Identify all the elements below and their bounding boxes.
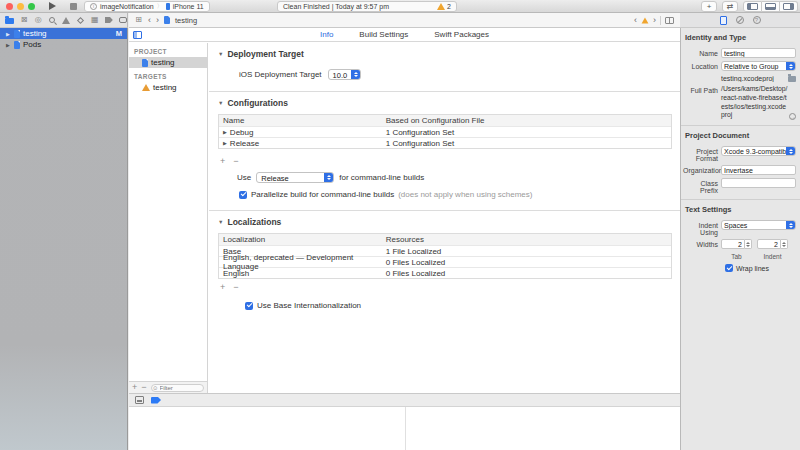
- disclosure-icon[interactable]: ▶: [6, 42, 11, 48]
- console-view[interactable]: [406, 407, 680, 450]
- sidebar-item-label[interactable]: Pods: [23, 40, 41, 49]
- jump-bar-file[interactable]: testing: [175, 16, 197, 25]
- quick-help-inspector-tab[interactable]: ?: [753, 16, 761, 24]
- stepper-arrows-icon[interactable]: [781, 239, 788, 249]
- parallelize-row: Parallelize build for command-line build…: [239, 190, 680, 199]
- report-navigator-tab[interactable]: [119, 17, 127, 23]
- disclosure-icon[interactable]: ▶: [223, 129, 227, 135]
- issue-navigator-tab[interactable]: [62, 17, 70, 24]
- project-item-testing[interactable]: testing: [129, 57, 207, 68]
- tab-width-stepper[interactable]: [721, 239, 752, 249]
- scheme-name[interactable]: imageNotification: [100, 3, 154, 10]
- indent-width-stepper[interactable]: [757, 239, 788, 249]
- right-panel-icon: [783, 3, 794, 10]
- disclosure-open-icon[interactable]: ▼: [218, 100, 223, 106]
- stepper-arrows-icon[interactable]: [745, 239, 752, 249]
- file-inspector-tab[interactable]: [720, 16, 727, 25]
- parallelize-checkbox[interactable]: [239, 191, 247, 199]
- disclosure-icon[interactable]: ▶: [223, 140, 227, 146]
- filter-input[interactable]: [160, 385, 201, 391]
- minimize-window-button[interactable]: [17, 3, 24, 10]
- hide-debug-area-button[interactable]: [135, 396, 144, 404]
- goto-arrow-icon[interactable]: →: [789, 113, 796, 120]
- command-line-config-popup[interactable]: Release: [256, 172, 334, 183]
- filter-field[interactable]: ⊙: [151, 384, 204, 392]
- variables-view[interactable]: [129, 407, 406, 450]
- target-item-label[interactable]: testing: [153, 83, 177, 92]
- toggle-navigator-button[interactable]: [743, 1, 762, 12]
- run-button[interactable]: [49, 2, 56, 10]
- tab-swift-packages[interactable]: Swift Packages: [434, 30, 489, 39]
- table-row[interactable]: English 0 Files Localized: [219, 267, 671, 278]
- warning-badge[interactable]: 2: [437, 3, 451, 10]
- project-info-content: ▼ Deployment Target iOS Deployment Targe…: [209, 43, 680, 393]
- toggle-debug-area-button[interactable]: [762, 1, 780, 12]
- full-path-value: /Users/kams/Desktop/react-native-firebas…: [721, 85, 789, 120]
- column-header-localization: Localization: [219, 235, 382, 244]
- stop-button[interactable]: [70, 3, 77, 10]
- debug-navigator-tab[interactable]: ▦: [91, 16, 99, 24]
- add-configuration-button[interactable]: +: [220, 157, 225, 166]
- remove-localization-button[interactable]: −: [233, 283, 238, 292]
- remove-configuration-button[interactable]: −: [233, 157, 238, 166]
- name-field[interactable]: [721, 48, 796, 58]
- editor-corner-controls: ‹ ›: [634, 16, 680, 25]
- disclosure-icon[interactable]: ▶: [6, 31, 11, 37]
- add-editor-button[interactable]: [665, 17, 674, 24]
- deployment-target-popup[interactable]: 10.0: [328, 69, 362, 80]
- table-row[interactable]: ▶Release 1 Configuration Set: [219, 137, 671, 148]
- project-navigator-tab[interactable]: [5, 16, 14, 24]
- base-internationalization-checkbox[interactable]: [245, 302, 253, 310]
- toggle-inspectors-button[interactable]: [780, 1, 798, 12]
- sidebar-item-label[interactable]: testing: [23, 29, 47, 38]
- previous-issue-button[interactable]: ‹: [634, 16, 637, 25]
- source-control-navigator-tab[interactable]: ⊠: [20, 16, 28, 24]
- project-item-label[interactable]: testing: [151, 58, 175, 67]
- popup-value: Relative to Group: [722, 62, 786, 70]
- sidebar-item-pods[interactable]: ▶ Pods: [0, 39, 127, 50]
- localizations-table: Localization Resources Base 1 File Local…: [218, 233, 672, 279]
- disclosure-open-icon[interactable]: ▼: [218, 219, 223, 225]
- add-target-button[interactable]: +: [132, 383, 137, 392]
- class-prefix-field[interactable]: [721, 178, 796, 188]
- tab-width-field[interactable]: [721, 239, 745, 249]
- library-add-button[interactable]: +: [701, 1, 717, 12]
- configurations-table: Name Based on Configuration File ▶Debug …: [218, 114, 672, 149]
- destination-name[interactable]: iPhone 11: [173, 3, 204, 10]
- organization-row: Organization: [683, 165, 796, 175]
- next-issue-button[interactable]: ›: [653, 16, 656, 25]
- find-navigator-tab[interactable]: [48, 17, 56, 23]
- divider: [660, 16, 661, 25]
- sidebar-item-testing[interactable]: ▶ testing M: [0, 28, 127, 39]
- location-popup[interactable]: Relative to Group: [721, 61, 796, 71]
- popup-chevrons-icon: [786, 221, 795, 229]
- table-row[interactable]: English, deprecated — Development Langua…: [219, 256, 671, 267]
- organization-field[interactable]: [721, 165, 796, 175]
- choose-location-folder-icon[interactable]: [788, 76, 796, 82]
- history-inspector-tab[interactable]: [736, 16, 744, 24]
- forward-button[interactable]: ›: [156, 16, 159, 25]
- breakpoint-navigator-tab[interactable]: [105, 17, 113, 23]
- add-localization-button[interactable]: +: [220, 283, 225, 292]
- scheme-separator-icon: 〉: [157, 2, 163, 11]
- code-review-button[interactable]: ⇄: [722, 1, 738, 12]
- scheme-selector[interactable]: i imageNotification 〉 iPhone 11: [84, 1, 210, 12]
- project-format-popup[interactable]: Xcode 9.3-compatible: [721, 146, 796, 156]
- test-navigator-tab[interactable]: [77, 18, 85, 23]
- symbol-navigator-tab[interactable]: ◎: [34, 16, 42, 24]
- target-item-testing[interactable]: testing: [129, 82, 207, 93]
- disclosure-open-icon[interactable]: ▼: [218, 51, 223, 57]
- related-items-button[interactable]: ⊞: [134, 16, 143, 24]
- tab-build-settings[interactable]: Build Settings: [359, 30, 408, 39]
- wrap-lines-checkbox[interactable]: [725, 264, 733, 272]
- configurations-add-remove: + −: [209, 149, 680, 166]
- remove-target-button[interactable]: −: [141, 383, 146, 392]
- table-row[interactable]: ▶Debug 1 Configuration Set: [219, 126, 671, 137]
- breakpoints-toggle-button[interactable]: [151, 397, 161, 404]
- zoom-window-button[interactable]: [28, 3, 35, 10]
- close-window-button[interactable]: [6, 3, 13, 10]
- back-button[interactable]: ‹: [148, 16, 151, 25]
- tab-info[interactable]: Info: [320, 30, 333, 39]
- indent-width-field[interactable]: [757, 239, 781, 249]
- indent-using-popup[interactable]: Spaces: [721, 220, 796, 230]
